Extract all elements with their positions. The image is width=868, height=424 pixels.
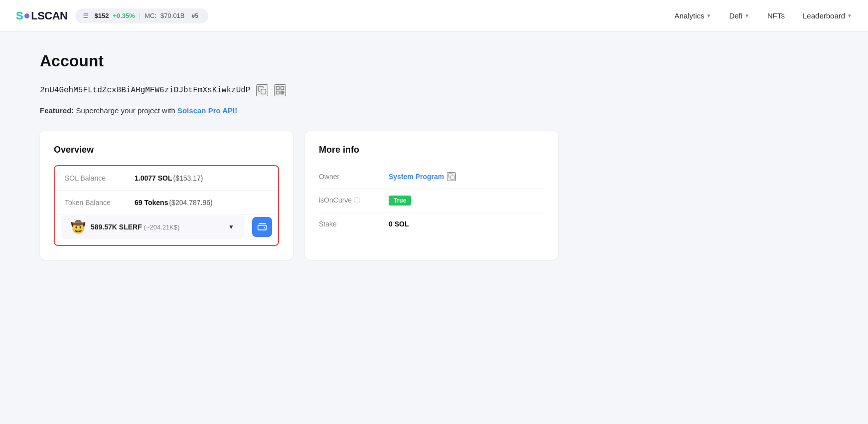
is-on-curve-label: isOnCurve ⓘ [319, 196, 389, 205]
true-badge: True [389, 196, 411, 206]
is-on-curve-info-icon[interactable]: ⓘ [354, 197, 360, 204]
main-content: Account 2nU4GehM5FLtdZcx8BiAHgMFW6ziDJbt… [0, 32, 598, 280]
featured-row: Featured: Supercharge your project with … [40, 106, 558, 115]
nav-leaderboard[interactable]: Leaderboard ▼ [803, 11, 852, 20]
header-left: S LSCAN $152 +0.35% | MC: $70.01B #5 [16, 8, 208, 23]
defi-arrow-icon: ▼ [744, 13, 749, 18]
overview-title: Overview [54, 145, 279, 155]
svg-rect-2 [281, 87, 284, 90]
token-dropdown-icon[interactable]: ▼ [228, 223, 234, 230]
token-balance-row: Token Balance 69 Tokens ($204,787.96) [55, 191, 278, 215]
stake-label: Stake [319, 220, 389, 228]
token-balance-label: Token Balance [65, 199, 135, 207]
copy-owner-button[interactable] [447, 172, 456, 181]
token-emoji: 🤠 [71, 221, 86, 233]
logo-s: S [16, 9, 23, 22]
nav-analytics[interactable]: Analytics ▼ [674, 11, 711, 20]
overview-inner-box: SOL Balance 1.0077 SOL ($153.17) Token B… [54, 165, 279, 246]
sol-balance-usd: ($153.17) [173, 174, 203, 182]
price-sep: | [139, 12, 141, 19]
overview-card: Overview SOL Balance 1.0077 SOL ($153.17… [40, 131, 293, 260]
copy-address-button[interactable] [256, 84, 268, 96]
account-address: 2nU4GehM5FLtdZcx8BiAHgMFW6ziDJbtFmXsKiwk… [40, 86, 250, 95]
analytics-arrow-icon: ▼ [707, 13, 712, 18]
svg-rect-6 [281, 93, 283, 94]
svg-rect-8 [451, 176, 455, 180]
cards-row: Overview SOL Balance 1.0077 SOL ($153.17… [40, 131, 558, 260]
featured-label: Featured: [40, 106, 74, 115]
logo-dot-icon [24, 13, 29, 18]
svg-rect-1 [277, 87, 280, 90]
stake-value: 0 SOL [389, 220, 409, 228]
logo[interactable]: S LSCAN [16, 9, 67, 22]
is-on-curve-row: isOnCurve ⓘ True [319, 189, 544, 213]
nav-nfts[interactable]: NFTs [767, 11, 785, 20]
token-usd: (~204.21K$) [144, 223, 180, 231]
price-value: $152 [94, 12, 109, 19]
header: S LSCAN $152 +0.35% | MC: $70.01B #5 Ana… [0, 0, 868, 32]
svg-rect-5 [283, 91, 284, 93]
is-on-curve-value: True [389, 196, 411, 206]
owner-value: System Program [389, 172, 456, 181]
address-row: 2nU4GehM5FLtdZcx8BiAHgMFW6ziDJbtFmXsKiwk… [40, 84, 558, 96]
logo-rest: LSCAN [31, 9, 67, 22]
more-info-card: More info Owner System Program [305, 131, 558, 260]
owner-row: Owner System Program [319, 165, 544, 189]
token-item-row[interactable]: 🤠 589.57K SLERF (~204.21K$) ▼ [61, 215, 244, 239]
price-change: +0.35% [113, 12, 135, 19]
system-program-link[interactable]: System Program [389, 173, 444, 181]
nav-defi[interactable]: Defi ▼ [729, 11, 749, 20]
stake-row: Stake 0 SOL [319, 213, 544, 235]
token-balance-value: 69 Tokens [135, 199, 168, 207]
owner-label: Owner [319, 173, 389, 181]
wallet-button[interactable] [252, 217, 272, 237]
price-badge: $152 +0.35% | MC: $70.01B #5 [75, 8, 208, 23]
svg-rect-7 [283, 93, 284, 94]
rank-badge: #5 [189, 11, 201, 20]
sol-balance-label: SOL Balance [65, 174, 135, 182]
sol-balance-value: 1.0077 SOL [135, 174, 172, 182]
leaderboard-arrow-icon: ▼ [847, 13, 852, 18]
featured-text: Supercharge your project with [76, 106, 177, 115]
header-nav: Analytics ▼ Defi ▼ NFTs Leaderboard ▼ [674, 11, 852, 20]
qr-code-button[interactable] [274, 84, 286, 96]
sol-balance-row: SOL Balance 1.0077 SOL ($153.17) [55, 166, 278, 191]
sol-icon [82, 12, 90, 20]
svg-rect-3 [277, 91, 280, 94]
token-balance-usd: ($204,787.96) [169, 199, 212, 207]
svg-rect-4 [281, 91, 283, 93]
svg-rect-0 [261, 89, 266, 94]
mc-value: $70.01B [160, 12, 184, 19]
featured-link[interactable]: Solscan Pro API! [177, 106, 237, 115]
mc-label: MC: [145, 12, 156, 19]
page-title: Account [40, 52, 558, 70]
token-amount: 589.57K SLERF (~204.21K$) [91, 223, 223, 231]
more-info-title: More info [319, 145, 544, 155]
